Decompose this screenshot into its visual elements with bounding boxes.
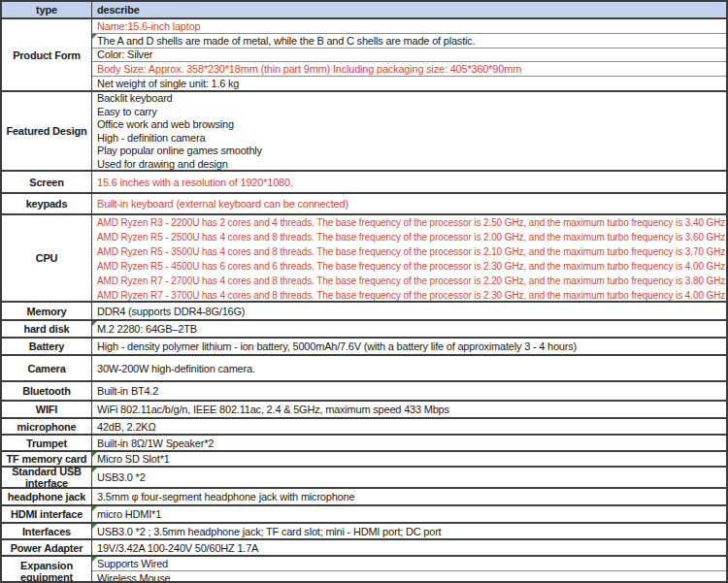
table-row-trumpet: Trumpet Built-in 8Ω/1W Speaker*2: [2, 434, 726, 450]
spec-cell: Built-in 8Ω/1W Speaker*2: [92, 436, 726, 450]
table-row-hdmi-interface: HDMI interface micro HDMI*1: [2, 504, 726, 522]
spec-cell: The A and D shells are made of metal, wh…: [92, 33, 726, 48]
header-cell-type: type: [2, 2, 92, 17]
spec-cell: M.2 2280: 64GB–2TB: [92, 321, 726, 337]
row-label: Bluetooth: [2, 382, 92, 400]
spec-cell: Wireless Mouse: [92, 570, 726, 583]
spec-cell: Supports Wired: [92, 557, 726, 570]
row-label: Camera: [2, 356, 92, 380]
spec-cell: 19V/3.42A 100-240V 50/60HZ 1.7A: [92, 540, 726, 555]
spec-cell: WiFi 802.11ac/b/g/n, IEEE 802.11ac, 2.4 …: [92, 402, 726, 417]
table-row-headphone-jack: headphone jack 3.5mm φ four-segment head…: [2, 487, 726, 504]
spec-cell: DDR4 (supports DDR4-8G/16G): [92, 303, 726, 319]
row-label: microphone: [2, 419, 92, 434]
table-row-wifi: WIFI WiFi 802.11ac/b/g/n, IEEE 802.11ac,…: [2, 400, 726, 417]
spec-cell: USB3.0 *2 ; 3.5mm headphone jack; TF car…: [92, 524, 726, 538]
spec-cell: 3.5mm φ four-segment headphone jack with…: [92, 489, 726, 504]
table-row-hard-disk: hard disk M.2 2280: 64GB–2TB: [2, 319, 726, 337]
row-label: Standard USB interface: [2, 468, 92, 487]
table-row-camera: Camera 30W-200W high-definition camera.: [2, 354, 726, 380]
header-row: type describe: [2, 2, 726, 17]
spec-cell: Color: Silver: [92, 48, 726, 62]
table-row-tf-memory-card: TF memory card interface Micro SD Slot*1: [2, 450, 726, 466]
row-label: CPU: [2, 215, 92, 301]
row-label: Memory: [2, 303, 92, 319]
green-corner-flag-icon: [92, 506, 97, 511]
spec-cell: AMD Ryzen R3 - 2200U has 2 cores and 4 t…: [92, 215, 726, 303]
row-label: Battery: [2, 339, 92, 354]
spec-cell: micro HDMI*1: [92, 506, 726, 522]
spec-cell: USB3.0 *2: [92, 468, 726, 487]
spec-cell: 15.6 inches with a resolution of 1920*10…: [92, 172, 726, 192]
green-corner-flag-icon: [92, 468, 97, 472]
row-label: Featured Design: [2, 92, 92, 170]
table-row-expansion-equipment: Expansion equipment Supports Wired Wirel…: [2, 555, 726, 583]
table-row-screen: Screen 15.6 inches with a resolution of …: [2, 170, 726, 192]
row-label: HDMI interface: [2, 506, 92, 522]
green-corner-flag-icon: [92, 321, 97, 326]
green-corner-flag-icon: [92, 34, 97, 39]
header-cell-describe: describe: [92, 2, 726, 17]
table-row-battery: Battery High - density polymer lithium -…: [2, 337, 726, 354]
table-row-microphone: microphone 42dB, 2.2KΩ: [2, 417, 726, 434]
green-corner-flag-icon: [92, 524, 97, 529]
spec-cell: Body Size: Approx. 358*230*18mm (thin pa…: [92, 61, 726, 76]
spec-cell: Built-in BT4.2: [92, 382, 726, 400]
row-label: Expansion equipment: [2, 557, 92, 583]
table-row-memory: Memory DDR4 (supports DDR4-8G/16G): [2, 301, 726, 319]
spec-cell: Backlit keyboard Easy to carry Office wo…: [92, 92, 726, 171]
spec-table: type describe Product Form Name:15.6-inc…: [0, 0, 728, 583]
table-row-bluetooth: Bluetooth Built-in BT4.2: [2, 380, 726, 400]
row-label: headphone jack: [2, 489, 92, 504]
table-row-keypads: keypads Built-in keyboard (external keyb…: [2, 192, 726, 213]
green-corner-flag-icon: [92, 452, 97, 457]
table-row-interfaces: Interfaces USB3.0 *2 ; 3.5mm headphone j…: [2, 522, 726, 538]
table-row-cpu: CPU AMD Ryzen R3 - 2200U has 2 cores and…: [2, 213, 726, 301]
row-label: Product Form: [2, 19, 92, 90]
spec-cell: High - density polymer lithium - ion bat…: [92, 339, 726, 354]
table-row-standard-usb: Standard USB interface USB3.0 *2: [2, 466, 726, 487]
green-corner-flag-icon: [92, 557, 97, 562]
spec-cell: Built-in keyboard (external keyboard can…: [92, 194, 726, 213]
row-label: hard disk: [2, 321, 92, 337]
row-label: TF memory card interface: [2, 452, 92, 466]
table-row-featured-design: Featured Design Backlit keyboard Easy to…: [2, 90, 726, 170]
row-label: keypads: [2, 194, 92, 213]
spec-cell: 42dB, 2.2KΩ: [92, 419, 726, 434]
spec-cell: 30W-200W high-definition camera.: [92, 356, 726, 380]
row-label: Trumpet: [2, 436, 92, 450]
row-label: Interfaces: [2, 524, 92, 538]
table-row-power-adapter: Power Adapter 19V/3.42A 100-240V 50/60HZ…: [2, 538, 726, 555]
table-row-product-form: Product Form Name:15.6-inch laptop The A…: [2, 17, 726, 90]
spec-cell: Net weight of single unit: 1.6 kg: [92, 76, 726, 90]
row-label: Screen: [2, 172, 92, 192]
spec-cell: Micro SD Slot*1: [92, 452, 726, 466]
spec-cell: Name:15.6-inch laptop: [92, 19, 726, 33]
row-label: WIFI: [2, 402, 92, 417]
row-label: Power Adapter: [2, 540, 92, 555]
